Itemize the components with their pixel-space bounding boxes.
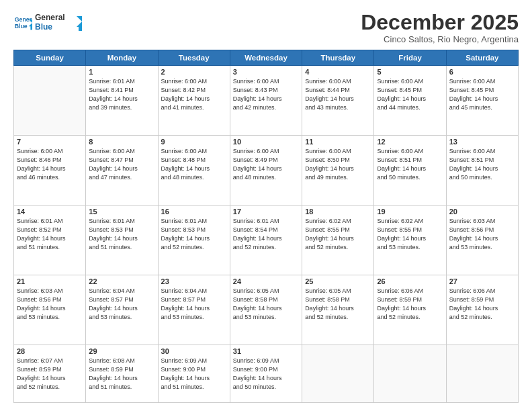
svg-text:Blue: Blue xyxy=(15,23,28,30)
calendar-cell: 21Sunrise: 6:03 AMSunset: 8:56 PMDayligh… xyxy=(14,275,86,345)
calendar-cell xyxy=(374,345,446,402)
calendar-cell: 22Sunrise: 6:04 AMSunset: 8:57 PMDayligh… xyxy=(86,275,158,345)
calendar-cell: 14Sunrise: 6:01 AMSunset: 8:52 PMDayligh… xyxy=(14,205,86,275)
logo-svg: General Blue xyxy=(35,11,82,35)
week-row-4: 21Sunrise: 6:03 AMSunset: 8:56 PMDayligh… xyxy=(14,275,519,345)
day-number: 18 xyxy=(305,208,371,216)
day-number: 25 xyxy=(305,277,371,285)
calendar-table: SundayMondayTuesdayWednesdayThursdayFrid… xyxy=(13,50,519,403)
day-info: Sunrise: 6:00 AMSunset: 8:42 PMDaylight:… xyxy=(161,77,227,112)
calendar-cell xyxy=(302,345,374,402)
title-block: December 2025 Cinco Saltos, Rio Negro, A… xyxy=(361,11,519,44)
day-number: 2 xyxy=(161,68,227,76)
calendar-cell: 12Sunrise: 6:00 AMSunset: 8:51 PMDayligh… xyxy=(374,136,446,205)
day-info: Sunrise: 6:00 AMSunset: 8:50 PMDaylight:… xyxy=(305,147,371,182)
day-info: Sunrise: 6:00 AMSunset: 8:47 PMDaylight:… xyxy=(89,147,154,182)
weekday-header-saturday: Saturday xyxy=(446,50,518,66)
day-info: Sunrise: 6:05 AMSunset: 8:58 PMDaylight:… xyxy=(305,287,371,322)
calendar-cell: 15Sunrise: 6:01 AMSunset: 8:53 PMDayligh… xyxy=(86,205,158,275)
day-info: Sunrise: 6:01 AMSunset: 8:53 PMDaylight:… xyxy=(161,217,227,252)
day-info: Sunrise: 6:00 AMSunset: 8:48 PMDaylight:… xyxy=(161,147,227,182)
svg-text:General: General xyxy=(35,13,65,22)
day-info: Sunrise: 6:09 AMSunset: 9:00 PMDaylight:… xyxy=(233,357,299,392)
day-number: 4 xyxy=(305,68,371,76)
day-info: Sunrise: 6:01 AMSunset: 8:52 PMDaylight:… xyxy=(17,217,83,252)
weekday-header-sunday: Sunday xyxy=(14,50,86,66)
day-info: Sunrise: 6:00 AMSunset: 8:46 PMDaylight:… xyxy=(17,147,83,182)
calendar-cell: 4Sunrise: 6:00 AMSunset: 8:44 PMDaylight… xyxy=(302,66,374,136)
day-number: 27 xyxy=(449,277,515,285)
day-number: 3 xyxy=(233,68,299,76)
day-number: 23 xyxy=(161,277,227,285)
calendar-cell: 16Sunrise: 6:01 AMSunset: 8:53 PMDayligh… xyxy=(158,205,230,275)
calendar-cell: 6Sunrise: 6:00 AMSunset: 8:45 PMDaylight… xyxy=(446,66,518,136)
week-row-5: 28Sunrise: 6:07 AMSunset: 8:59 PMDayligh… xyxy=(14,345,519,402)
week-row-1: 1Sunrise: 6:01 AMSunset: 8:41 PMDaylight… xyxy=(14,66,519,136)
day-number: 28 xyxy=(17,347,83,355)
day-number: 22 xyxy=(89,277,154,285)
day-number: 20 xyxy=(449,208,515,216)
calendar-cell: 13Sunrise: 6:00 AMSunset: 8:51 PMDayligh… xyxy=(446,136,518,205)
day-info: Sunrise: 6:00 AMSunset: 8:45 PMDaylight:… xyxy=(377,77,443,112)
calendar-cell: 30Sunrise: 6:09 AMSunset: 9:00 PMDayligh… xyxy=(158,345,230,402)
weekday-header-wednesday: Wednesday xyxy=(230,50,302,66)
day-number: 21 xyxy=(17,277,83,285)
day-number: 10 xyxy=(233,138,299,146)
day-info: Sunrise: 6:00 AMSunset: 8:45 PMDaylight:… xyxy=(449,77,515,112)
day-number: 14 xyxy=(17,208,83,216)
day-info: Sunrise: 6:06 AMSunset: 8:59 PMDaylight:… xyxy=(449,287,515,322)
calendar-cell: 28Sunrise: 6:07 AMSunset: 8:59 PMDayligh… xyxy=(14,345,86,402)
day-number: 16 xyxy=(161,208,227,216)
day-number: 12 xyxy=(377,138,443,146)
calendar-cell: 27Sunrise: 6:06 AMSunset: 8:59 PMDayligh… xyxy=(446,275,518,345)
day-number: 30 xyxy=(161,347,227,355)
day-info: Sunrise: 6:00 AMSunset: 8:43 PMDaylight:… xyxy=(233,77,299,112)
calendar-cell: 3Sunrise: 6:00 AMSunset: 8:43 PMDaylight… xyxy=(230,66,302,136)
day-info: Sunrise: 6:05 AMSunset: 8:58 PMDaylight:… xyxy=(233,287,299,322)
weekday-header-row: SundayMondayTuesdayWednesdayThursdayFrid… xyxy=(14,50,519,66)
calendar-cell: 23Sunrise: 6:04 AMSunset: 8:57 PMDayligh… xyxy=(158,275,230,345)
day-number: 8 xyxy=(89,138,154,146)
day-number: 1 xyxy=(89,68,154,76)
day-info: Sunrise: 6:04 AMSunset: 8:57 PMDaylight:… xyxy=(89,287,154,322)
calendar-cell: 24Sunrise: 6:05 AMSunset: 8:58 PMDayligh… xyxy=(230,275,302,345)
calendar-cell: 29Sunrise: 6:08 AMSunset: 8:59 PMDayligh… xyxy=(86,345,158,402)
day-info: Sunrise: 6:06 AMSunset: 8:59 PMDaylight:… xyxy=(377,287,443,322)
calendar-cell: 18Sunrise: 6:02 AMSunset: 8:55 PMDayligh… xyxy=(302,205,374,275)
location-subtitle: Cinco Saltos, Rio Negro, Argentina xyxy=(361,34,519,44)
calendar-cell: 1Sunrise: 6:01 AMSunset: 8:41 PMDaylight… xyxy=(86,66,158,136)
day-info: Sunrise: 6:08 AMSunset: 8:59 PMDaylight:… xyxy=(89,357,154,392)
day-number: 26 xyxy=(377,277,443,285)
day-info: Sunrise: 6:00 AMSunset: 8:49 PMDaylight:… xyxy=(233,147,299,182)
calendar-cell: 9Sunrise: 6:00 AMSunset: 8:48 PMDaylight… xyxy=(158,136,230,205)
day-info: Sunrise: 6:02 AMSunset: 8:55 PMDaylight:… xyxy=(305,217,371,252)
week-row-2: 7Sunrise: 6:00 AMSunset: 8:46 PMDaylight… xyxy=(14,136,519,205)
day-info: Sunrise: 6:07 AMSunset: 8:59 PMDaylight:… xyxy=(17,357,83,392)
day-info: Sunrise: 6:02 AMSunset: 8:55 PMDaylight:… xyxy=(377,217,443,252)
day-number: 9 xyxy=(161,138,227,146)
day-info: Sunrise: 6:01 AMSunset: 8:53 PMDaylight:… xyxy=(89,217,154,252)
logo-icon: General Blue xyxy=(13,13,32,32)
day-number: 29 xyxy=(89,347,154,355)
header: General Blue General Blue December 2025 … xyxy=(13,11,519,44)
day-number: 7 xyxy=(17,138,83,146)
day-number: 13 xyxy=(449,138,515,146)
weekday-header-thursday: Thursday xyxy=(302,50,374,66)
calendar-cell: 20Sunrise: 6:03 AMSunset: 8:56 PMDayligh… xyxy=(446,205,518,275)
logo: General Blue General Blue xyxy=(13,11,82,35)
day-info: Sunrise: 6:03 AMSunset: 8:56 PMDaylight:… xyxy=(449,217,515,252)
calendar-cell: 7Sunrise: 6:00 AMSunset: 8:46 PMDaylight… xyxy=(14,136,86,205)
calendar-cell: 8Sunrise: 6:00 AMSunset: 8:47 PMDaylight… xyxy=(86,136,158,205)
day-number: 19 xyxy=(377,208,443,216)
day-number: 24 xyxy=(233,277,299,285)
calendar-cell: 10Sunrise: 6:00 AMSunset: 8:49 PMDayligh… xyxy=(230,136,302,205)
day-number: 31 xyxy=(233,347,299,355)
weekday-header-monday: Monday xyxy=(86,50,158,66)
calendar-cell xyxy=(446,345,518,402)
calendar-cell: 25Sunrise: 6:05 AMSunset: 8:58 PMDayligh… xyxy=(302,275,374,345)
calendar-cell: 11Sunrise: 6:00 AMSunset: 8:50 PMDayligh… xyxy=(302,136,374,205)
day-number: 5 xyxy=(377,68,443,76)
day-info: Sunrise: 6:00 AMSunset: 8:51 PMDaylight:… xyxy=(377,147,443,182)
week-row-3: 14Sunrise: 6:01 AMSunset: 8:52 PMDayligh… xyxy=(14,205,519,275)
calendar-cell: 17Sunrise: 6:01 AMSunset: 8:54 PMDayligh… xyxy=(230,205,302,275)
